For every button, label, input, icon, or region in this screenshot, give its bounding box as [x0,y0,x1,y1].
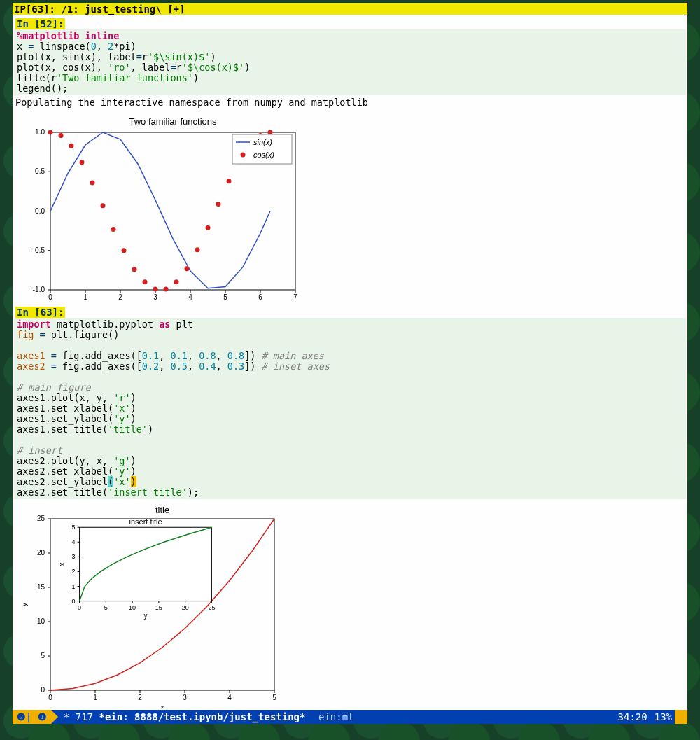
svg-text:0: 0 [48,694,52,701]
svg-point-53 [241,153,246,158]
svg-point-39 [164,286,169,291]
svg-point-34 [111,227,116,232]
svg-point-44 [216,202,221,207]
modeline-end-block [675,710,687,724]
svg-point-45 [227,179,232,183]
title-bar: IP[63]: /1: just_testing\ [+] [13,3,687,15]
svg-text:1.0: 1.0 [35,128,45,136]
svg-text:0: 0 [78,604,81,611]
svg-point-37 [143,279,148,284]
cell-prompt-2: In [63]: [15,307,65,318]
svg-point-41 [185,266,190,271]
svg-text:-1.0: -1.0 [33,286,46,293]
svg-text:4: 4 [227,694,232,701]
svg-point-43 [206,225,211,230]
svg-rect-83 [80,527,212,601]
svg-point-36 [132,267,137,272]
modeline-percent: 13% [654,710,672,724]
svg-text:15: 15 [37,583,46,591]
svg-text:5: 5 [41,652,45,659]
svg-text:7: 7 [293,293,298,301]
svg-point-32 [90,181,95,186]
modeline-right: 34:20 13% [615,710,675,724]
mode-line: ❷| ❶ * 717 *ein: 8888/test.ipynb/just_te… [13,710,687,724]
svg-text:5: 5 [104,604,108,611]
svg-text:15: 15 [155,604,162,611]
plot-2: 0123450510152025titlexy0510152025012345i… [15,505,281,708]
title-text: IP[63]: /1: just_testing\ [+] [14,4,185,15]
code-cell-1[interactable]: %matplotlib inline x = linspace(0, 2*pi)… [14,29,686,95]
svg-text:2: 2 [138,694,142,701]
svg-text:3: 3 [72,553,76,560]
code-cell-2[interactable]: import matplotlib.pyplot as plt fig = pl… [14,318,686,499]
svg-text:10: 10 [129,604,136,611]
modeline-text: * 717 *ein: 8888/test.ipynb/just_testing… [58,710,615,724]
svg-text:2: 2 [118,293,122,301]
svg-text:-0.5: -0.5 [33,246,46,254]
svg-text:3: 3 [183,694,187,701]
svg-text:0.5: 0.5 [35,167,45,175]
svg-point-38 [153,286,158,291]
svg-text:title: title [155,505,169,515]
svg-point-42 [195,247,200,252]
svg-text:6: 6 [258,293,262,301]
svg-text:insert title: insert title [129,517,162,526]
svg-text:x: x [160,703,164,708]
svg-text:x: x [58,562,66,566]
svg-text:y: y [144,612,148,620]
svg-text:0: 0 [48,293,52,301]
modeline-modified: * [64,711,69,722]
svg-text:5: 5 [223,293,227,301]
cell-prompt-1: In [52]: [15,18,65,29]
svg-text:10: 10 [37,617,46,625]
svg-text:3: 3 [153,293,158,301]
svg-text:5: 5 [72,524,76,531]
plot-1: 01234567-1.0-0.50.00.51.0Two familiar fu… [15,115,302,304]
svg-text:0: 0 [72,598,76,605]
modeline-arrow-icon [51,710,58,724]
svg-text:5: 5 [272,694,276,701]
svg-text:25: 25 [37,515,46,522]
svg-point-31 [80,160,85,165]
svg-text:20: 20 [37,549,46,557]
svg-text:1: 1 [93,694,97,701]
svg-point-29 [59,133,64,138]
editor-window: IP[63]: /1: just_testing\ [+] In [52]: %… [13,3,687,724]
svg-point-35 [122,248,127,253]
svg-point-40 [174,279,179,284]
svg-point-28 [48,130,53,135]
modeline-buffer-name[interactable]: *ein: 8888/test.ipynb/just_testing* [99,711,305,722]
cell-output-1: Populating the interactive namespace fro… [13,95,687,109]
modeline-position: 34:20 [618,710,648,724]
svg-text:1: 1 [72,583,76,590]
svg-point-33 [101,203,106,208]
svg-text:0.0: 0.0 [35,207,45,215]
svg-text:cos(x): cos(x) [253,151,274,159]
svg-text:Two familiar functions: Two familiar functions [130,116,217,127]
svg-text:25: 25 [208,604,215,611]
modeline-line: 717 [76,711,93,722]
svg-point-49 [268,130,273,135]
modeline-workspace-indicator[interactable]: ❷| ❶ [13,710,51,724]
notebook-content[interactable]: In [52]: %matplotlib inline x = linspace… [13,15,687,710]
svg-text:y: y [20,602,28,606]
svg-text:4: 4 [188,293,192,301]
svg-text:20: 20 [182,604,189,611]
svg-text:1: 1 [83,293,88,301]
chart-2-svg: 0123450510152025titlexy0510152025012345i… [15,505,281,708]
svg-point-30 [69,144,74,148]
chart-1-svg: 01234567-1.0-0.50.00.51.0Two familiar fu… [15,115,302,304]
svg-text:2: 2 [72,568,76,575]
svg-text:0: 0 [41,686,45,694]
modeline-major-mode[interactable]: ein:ml [318,711,354,722]
svg-text:sin(x): sin(x) [253,138,272,146]
svg-text:4: 4 [72,538,76,545]
